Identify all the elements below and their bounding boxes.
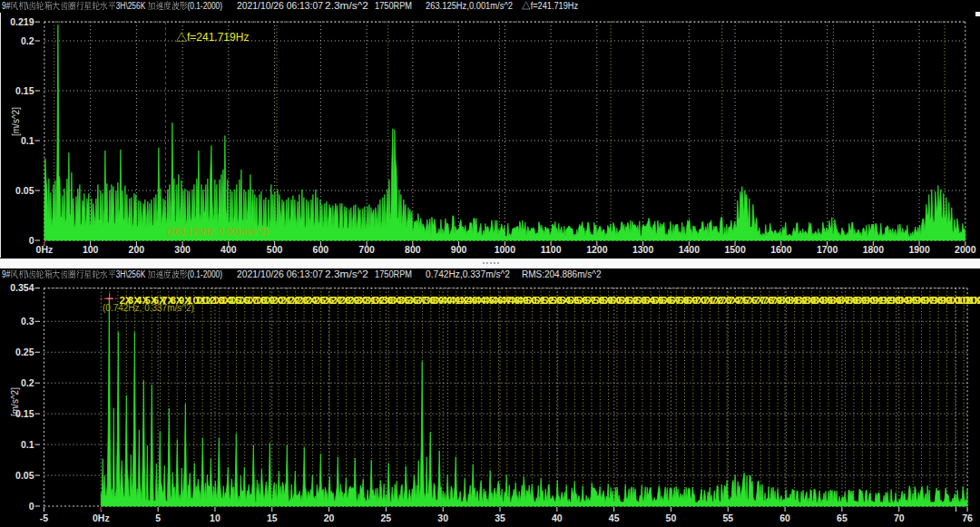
x-tick-label: 30 xyxy=(437,512,448,523)
cjk-glyph xyxy=(148,1,156,11)
x-tick-label: 10 xyxy=(210,512,220,523)
cjk-glyph-path xyxy=(163,1,171,10)
x-tick-label: 65 xyxy=(837,512,848,523)
cjk-glyph-path xyxy=(108,1,115,9)
x-tick-label: 35 xyxy=(495,512,505,523)
cjk-glyph-path xyxy=(84,270,92,278)
cjk-glyph xyxy=(76,269,84,279)
cjk-glyph xyxy=(180,1,188,11)
cjk-glyph-path xyxy=(76,1,83,9)
cjk-glyph-path xyxy=(44,269,52,278)
cjk-glyph-path xyxy=(18,269,25,278)
cjk-glyph xyxy=(84,1,93,11)
y-tick-label: 0.15 xyxy=(15,408,34,419)
delta-f-annotation: f=241.719Hz xyxy=(176,31,249,44)
cjk-glyph-path xyxy=(108,269,115,278)
cjk-glyph-path xyxy=(100,269,107,278)
y-tick-label: 0.1 xyxy=(21,135,34,146)
cjk-glyph xyxy=(92,269,100,279)
top-cursor-annotation: (263.125Hz, 0.001m/s^2) xyxy=(167,227,269,237)
x-tick-label: 55 xyxy=(722,512,733,523)
cjk-glyph-path xyxy=(148,269,155,278)
cjk-glyph xyxy=(176,32,187,43)
cjk-glyph xyxy=(92,1,100,11)
cjk-glyph xyxy=(155,1,163,11)
cjk-glyph xyxy=(180,269,188,279)
top-pane-header: 9#\3H\256K (0.1-2000) 2021/10/26 06:13:0… xyxy=(0,0,980,12)
window-left-edge xyxy=(0,13,1,258)
cjk-glyph xyxy=(18,269,26,279)
grid xyxy=(44,288,968,506)
grip-dot xyxy=(494,262,495,264)
x-tick-label: 15 xyxy=(267,512,278,523)
x-tick-label: 25 xyxy=(381,512,392,523)
cjk-glyph-path xyxy=(84,2,92,10)
x-tick-label: 45 xyxy=(609,512,620,523)
grip-dot xyxy=(486,262,488,264)
cjk-glyph xyxy=(53,1,61,11)
cjk-glyph xyxy=(28,269,36,279)
bottom-cursor-annotation: (0.742Hz, 0.337m/s^2) xyxy=(103,303,194,313)
x-tick-label: 5 xyxy=(155,512,161,523)
cjk-glyph-path xyxy=(36,269,44,278)
cjk-glyph xyxy=(148,269,156,279)
x-tick-label: 70 xyxy=(894,512,905,523)
cjk-glyph xyxy=(108,269,116,279)
cjk-glyph xyxy=(155,269,163,279)
bottom-spectrum-plot[interactable]: 0.3540.30.250.20.150.10.050-50Hz51015202… xyxy=(0,280,980,527)
cjk-glyph-path xyxy=(29,1,36,9)
grip-dot xyxy=(497,262,499,264)
cjk-glyph-path xyxy=(172,269,179,278)
cjk-glyph-path xyxy=(93,269,100,278)
cjk-glyph-path xyxy=(18,1,25,9)
cjk-glyph xyxy=(163,1,172,11)
cjk-glyph xyxy=(68,269,76,279)
cjk-glyph xyxy=(522,1,531,11)
y-tick-labels: 0.3540.30.250.20.150.10.050 xyxy=(10,282,40,511)
cjk-glyph-path xyxy=(156,1,163,10)
cjk-glyph xyxy=(100,1,108,11)
top-measurement-datetime: 2021/10/26 06:13:07 xyxy=(237,0,323,12)
x-tick-label: -5 xyxy=(40,512,48,523)
cjk-glyph-path xyxy=(61,1,68,9)
bottom-measurement-datetime: 2021/10/26 06:13:07 xyxy=(237,268,323,280)
cjk-glyph-path xyxy=(69,269,75,278)
bottom-pane-title: 9#\3H\256K (0.1-2000) xyxy=(2,268,222,280)
cjk-glyph xyxy=(44,1,53,11)
cjk-glyph xyxy=(68,1,76,11)
cjk-glyph xyxy=(84,269,93,279)
cjk-glyph xyxy=(10,269,18,279)
x-tick-label: 50 xyxy=(666,512,677,523)
y-tick-label: 0.354 xyxy=(10,282,34,293)
x-tick-label: 20 xyxy=(324,512,335,523)
cjk-glyph-path xyxy=(53,1,60,10)
x-tick-labels: -50Hz51015202530354045505560657076 xyxy=(40,507,973,523)
y-tick-label: 0.1 xyxy=(21,439,34,450)
cjk-glyph-path xyxy=(180,2,187,10)
y-tick-label: 0.219 xyxy=(10,16,34,27)
cjk-glyph-path xyxy=(100,1,107,10)
x-tick-label: 0Hz xyxy=(93,512,110,523)
spectrum-trace xyxy=(44,24,965,240)
y-tick-label: 0 xyxy=(29,501,34,512)
cjk-glyph-path xyxy=(93,1,100,10)
y-tick-label: 0.05 xyxy=(15,470,34,481)
y-tick-label: 0 xyxy=(29,235,34,246)
cursor-lines xyxy=(110,288,964,506)
grip-dot xyxy=(490,262,492,264)
cjk-glyph-path xyxy=(53,269,60,278)
y-tick-label: 0.3 xyxy=(21,316,34,327)
top-pane-title: 9#\3H\256K (0.1-2000) xyxy=(2,0,222,12)
bottom-overall-amplitude: 2.3m/s^2 xyxy=(325,268,368,280)
corner-notch xyxy=(975,12,980,16)
bottom-pane-header: 9#\3H\256K (0.1-2000) 2021/10/26 06:13:0… xyxy=(0,268,980,280)
cjk-glyph xyxy=(44,269,53,279)
cjk-glyph xyxy=(163,269,172,279)
y-tick-label: 0.15 xyxy=(15,85,34,96)
splitter-grip-dots xyxy=(483,262,499,264)
bottom-rms-readout: RMS:204.886m/s^2 xyxy=(522,268,602,280)
x-tick-label: 60 xyxy=(779,512,790,523)
top-spectrum-plot[interactable]: 0.2190.20.150.10.0500Hz10020030040050060… xyxy=(0,12,980,259)
pane-splitter[interactable] xyxy=(0,259,980,268)
y-tick-label: 0.2 xyxy=(21,35,34,46)
